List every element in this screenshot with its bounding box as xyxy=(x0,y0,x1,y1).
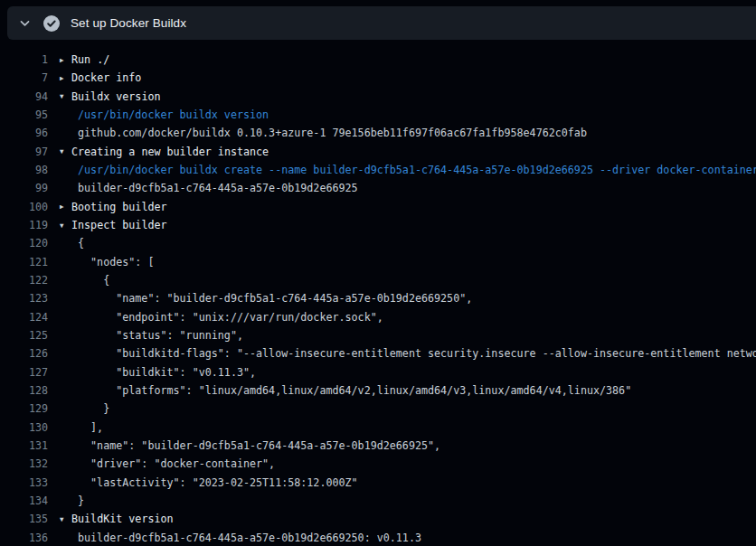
output-text: { xyxy=(78,237,84,249)
output-text: "lastActivity": "2023-02-25T11:58:12.000… xyxy=(78,476,358,489)
output-text: } xyxy=(78,402,109,415)
log-line: 133 "lastActivity": "2023-02-25T11:58:12… xyxy=(0,474,756,492)
log-container: 1▶Run ./7▶Docker info94▼Buildx version95… xyxy=(0,40,756,546)
log-line: 126 "buildkitd-flags": "--allow-insecure… xyxy=(0,344,756,362)
line-number[interactable]: 132 xyxy=(0,457,48,470)
line-number[interactable]: 1 xyxy=(0,53,48,66)
group-expanded-icon[interactable]: ▼ xyxy=(60,515,68,523)
line-number[interactable]: 7 xyxy=(0,71,48,84)
log-line: 122 { xyxy=(0,271,756,289)
line-number[interactable]: 96 xyxy=(0,127,48,139)
group-collapsed-icon[interactable]: ▶ xyxy=(60,202,68,211)
log-line: 1▶Run ./ xyxy=(0,51,756,69)
log-line: 125 "status": "running", xyxy=(0,326,756,344)
log-line: 131 "name": "builder-d9cfb5a1-c764-445a-… xyxy=(0,437,756,455)
line-number[interactable]: 126 xyxy=(0,347,48,360)
output-text: ], xyxy=(78,421,103,434)
log-line: 128 "platforms": "linux/amd64,linux/amd6… xyxy=(0,381,756,400)
log-line: 123 "name": "builder-d9cfb5a1-c764-445a-… xyxy=(0,289,756,307)
line-number[interactable]: 136 xyxy=(0,532,48,544)
step-title: Set up Docker Buildx xyxy=(71,16,186,30)
group-expanded-icon[interactable]: ▼ xyxy=(60,147,68,155)
command-text: /usr/bin/docker buildx version xyxy=(78,108,269,121)
log-line: 94▼Buildx version xyxy=(0,88,756,106)
log-line: 97▼Creating a new builder instance xyxy=(0,143,756,161)
output-text: github.com/docker/buildx 0.10.3+azure-1 … xyxy=(78,127,587,139)
line-number[interactable]: 99 xyxy=(0,182,48,194)
line-number[interactable]: 131 xyxy=(0,439,48,452)
line-number[interactable]: 135 xyxy=(0,513,48,525)
group-title[interactable]: Inspect builder xyxy=(71,219,167,231)
line-number[interactable]: 98 xyxy=(0,164,48,176)
line-number[interactable]: 120 xyxy=(0,237,48,249)
line-number[interactable]: 129 xyxy=(0,402,48,415)
group-collapsed-icon[interactable]: ▶ xyxy=(60,74,68,82)
group-title[interactable]: Docker info xyxy=(71,71,141,84)
command-text: /usr/bin/docker buildx create --name bui… xyxy=(78,164,756,176)
group-collapsed-icon[interactable]: ▶ xyxy=(60,56,68,64)
line-number[interactable]: 119 xyxy=(0,219,48,231)
line-number[interactable]: 94 xyxy=(0,90,48,103)
line-number[interactable]: 95 xyxy=(0,108,48,121)
group-expanded-icon[interactable]: ▼ xyxy=(60,221,68,230)
line-number[interactable]: 127 xyxy=(0,366,48,379)
line-number[interactable]: 122 xyxy=(0,274,48,287)
log-line: 120{ xyxy=(0,234,756,252)
group-title[interactable]: Creating a new builder instance xyxy=(71,146,269,158)
output-text: builder-d9cfb5a1-c764-445a-a57e-0b19d2e6… xyxy=(78,182,358,194)
output-text: "nodes": [ xyxy=(78,256,154,268)
log-line: 100▶Booting builder xyxy=(0,198,756,216)
log-line: 7▶Docker info xyxy=(0,69,756,87)
log-line: 95/usr/bin/docker buildx version xyxy=(0,106,756,124)
output-text: builder-d9cfb5a1-c764-445a-a57e-0b19d2e6… xyxy=(78,532,421,544)
output-text: } xyxy=(78,494,84,507)
output-text: "platforms": "linux/amd64,linux/amd64/v2… xyxy=(78,384,631,397)
log-line: 129 } xyxy=(0,400,756,418)
line-number[interactable]: 130 xyxy=(0,421,48,434)
check-circle-icon xyxy=(43,15,60,32)
line-number[interactable]: 121 xyxy=(0,256,48,268)
step-header[interactable]: Set up Docker Buildx xyxy=(7,6,756,40)
group-title[interactable]: Buildx version xyxy=(71,90,161,103)
chevron-down-icon[interactable] xyxy=(18,17,31,30)
log-line: 132 "driver": "docker-container", xyxy=(0,455,756,473)
log-line: 135▼BuildKit version xyxy=(0,510,756,528)
group-title[interactable]: BuildKit version xyxy=(71,513,174,525)
log-line: 134} xyxy=(0,492,756,510)
line-number[interactable]: 133 xyxy=(0,476,48,489)
output-text: "endpoint": "unix:///var/run/docker.sock… xyxy=(78,311,383,324)
output-text: { xyxy=(78,274,109,287)
group-title[interactable]: Booting builder xyxy=(71,201,167,213)
log-line: 130 ], xyxy=(0,419,756,437)
log-line: 96github.com/docker/buildx 0.10.3+azure-… xyxy=(0,124,756,142)
log-line: 124 "endpoint": "unix:///var/run/docker.… xyxy=(0,308,756,326)
log-line: 121 "nodes": [ xyxy=(0,253,756,271)
log-line: 98/usr/bin/docker buildx create --name b… xyxy=(0,161,756,179)
output-text: "buildkit": "v0.11.3", xyxy=(78,366,256,379)
line-number[interactable]: 100 xyxy=(0,201,48,213)
output-text: "status": "running", xyxy=(78,329,243,342)
output-text: "driver": "docker-container", xyxy=(78,457,275,470)
log-line: 136builder-d9cfb5a1-c764-445a-a57e-0b19d… xyxy=(0,529,756,546)
line-number[interactable]: 124 xyxy=(0,311,48,324)
line-number[interactable]: 134 xyxy=(0,494,48,507)
output-text: "name": "builder-d9cfb5a1-c764-445a-a57e… xyxy=(78,439,440,452)
line-number[interactable]: 128 xyxy=(0,384,48,397)
line-number[interactable]: 125 xyxy=(0,329,48,342)
group-expanded-icon[interactable]: ▼ xyxy=(60,92,68,100)
log-line: 127 "buildkit": "v0.11.3", xyxy=(0,363,756,381)
line-number[interactable]: 123 xyxy=(0,292,48,305)
output-text: "buildkitd-flags": "--allow-insecure-ent… xyxy=(78,347,756,360)
group-title[interactable]: Run ./ xyxy=(71,53,109,66)
log-line: 119▼Inspect builder xyxy=(0,216,756,234)
output-text: "name": "builder-d9cfb5a1-c764-445a-a57e… xyxy=(78,292,472,305)
line-number[interactable]: 97 xyxy=(0,146,48,158)
log-line: 99builder-d9cfb5a1-c764-445a-a57e-0b19d2… xyxy=(0,179,756,197)
